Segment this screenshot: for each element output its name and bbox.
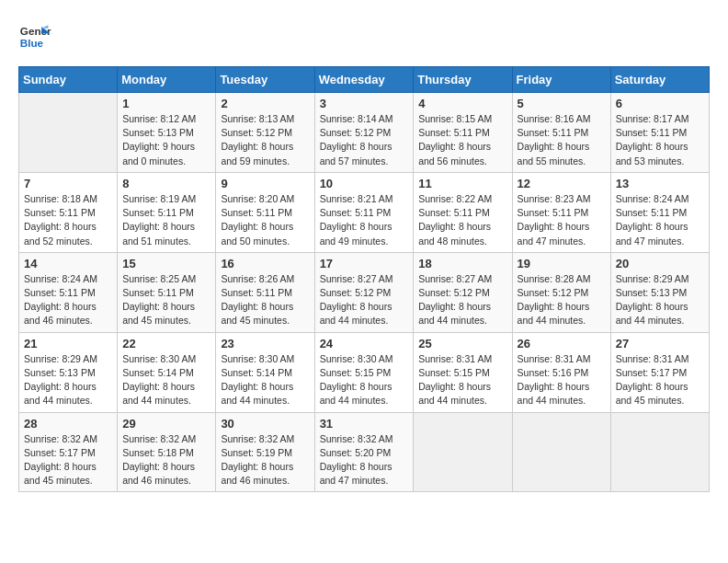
day-number: 31 (320, 417, 409, 431)
day-number: 9 (221, 177, 309, 190)
day-number: 10 (320, 177, 409, 190)
day-number: 28 (24, 417, 112, 431)
day-cell (610, 412, 709, 492)
day-cell: 15Sunrise: 8:25 AM Sunset: 5:11 PM Dayli… (118, 252, 216, 332)
day-info: Sunrise: 8:32 AM Sunset: 5:18 PM Dayligh… (122, 432, 210, 488)
week-row-3: 21Sunrise: 8:29 AM Sunset: 5:13 PM Dayli… (19, 332, 710, 412)
day-number: 29 (122, 417, 210, 431)
day-cell: 2Sunrise: 8:13 AM Sunset: 5:12 PM Daylig… (216, 93, 314, 173)
day-number: 16 (221, 257, 309, 270)
day-info: Sunrise: 8:24 AM Sunset: 5:11 PM Dayligh… (24, 272, 112, 328)
day-cell: 10Sunrise: 8:21 AM Sunset: 5:11 PM Dayli… (314, 172, 414, 252)
day-number: 24 (320, 337, 409, 350)
day-number: 4 (418, 97, 506, 110)
day-cell: 1Sunrise: 8:12 AM Sunset: 5:13 PM Daylig… (118, 93, 216, 173)
day-number: 15 (122, 257, 210, 270)
day-info: Sunrise: 8:16 AM Sunset: 5:11 PM Dayligh… (518, 112, 606, 168)
day-number: 7 (24, 177, 112, 190)
header-cell-sunday: Sunday (19, 67, 118, 93)
day-cell: 21Sunrise: 8:29 AM Sunset: 5:13 PM Dayli… (19, 332, 118, 412)
day-info: Sunrise: 8:29 AM Sunset: 5:13 PM Dayligh… (24, 352, 112, 408)
week-row-0: 1Sunrise: 8:12 AM Sunset: 5:13 PM Daylig… (19, 93, 710, 173)
day-info: Sunrise: 8:13 AM Sunset: 5:12 PM Dayligh… (221, 112, 309, 168)
header-cell-thursday: Thursday (414, 67, 512, 93)
day-number: 14 (24, 257, 112, 270)
day-cell: 3Sunrise: 8:14 AM Sunset: 5:12 PM Daylig… (314, 93, 414, 173)
day-number: 27 (616, 337, 704, 350)
day-cell: 12Sunrise: 8:23 AM Sunset: 5:11 PM Dayli… (512, 172, 610, 252)
header-cell-friday: Friday (512, 67, 610, 93)
day-cell: 11Sunrise: 8:22 AM Sunset: 5:11 PM Dayli… (414, 172, 512, 252)
day-info: Sunrise: 8:31 AM Sunset: 5:15 PM Dayligh… (418, 352, 506, 408)
day-number: 18 (418, 257, 506, 270)
day-number: 3 (320, 97, 409, 110)
day-info: Sunrise: 8:32 AM Sunset: 5:17 PM Dayligh… (24, 432, 112, 488)
day-info: Sunrise: 8:27 AM Sunset: 5:12 PM Dayligh… (418, 272, 506, 328)
day-cell: 18Sunrise: 8:27 AM Sunset: 5:12 PM Dayli… (414, 252, 512, 332)
calendar-header: SundayMondayTuesdayWednesdayThursdayFrid… (19, 67, 710, 93)
week-row-1: 7Sunrise: 8:18 AM Sunset: 5:11 PM Daylig… (19, 172, 710, 252)
day-info: Sunrise: 8:26 AM Sunset: 5:11 PM Dayligh… (221, 272, 309, 328)
calendar-table: SundayMondayTuesdayWednesdayThursdayFrid… (18, 66, 710, 492)
day-cell: 17Sunrise: 8:27 AM Sunset: 5:12 PM Dayli… (314, 252, 414, 332)
calendar-body: 1Sunrise: 8:12 AM Sunset: 5:13 PM Daylig… (19, 93, 710, 492)
day-number: 30 (221, 417, 309, 431)
day-info: Sunrise: 8:12 AM Sunset: 5:13 PM Dayligh… (122, 112, 210, 168)
day-cell: 14Sunrise: 8:24 AM Sunset: 5:11 PM Dayli… (19, 252, 118, 332)
day-cell: 27Sunrise: 8:31 AM Sunset: 5:17 PM Dayli… (610, 332, 709, 412)
day-info: Sunrise: 8:22 AM Sunset: 5:11 PM Dayligh… (418, 192, 506, 248)
day-number: 21 (24, 337, 112, 350)
day-number: 11 (418, 177, 506, 190)
day-cell: 31Sunrise: 8:32 AM Sunset: 5:20 PM Dayli… (314, 412, 414, 492)
day-number: 12 (518, 177, 606, 190)
day-cell: 7Sunrise: 8:18 AM Sunset: 5:11 PM Daylig… (19, 172, 118, 252)
day-info: Sunrise: 8:21 AM Sunset: 5:11 PM Dayligh… (320, 192, 409, 248)
day-cell: 30Sunrise: 8:32 AM Sunset: 5:19 PM Dayli… (216, 412, 314, 492)
header-row: SundayMondayTuesdayWednesdayThursdayFrid… (19, 67, 710, 93)
day-number: 20 (616, 257, 704, 270)
day-cell: 13Sunrise: 8:24 AM Sunset: 5:11 PM Dayli… (610, 172, 709, 252)
day-info: Sunrise: 8:30 AM Sunset: 5:14 PM Dayligh… (122, 352, 210, 408)
svg-text:Blue: Blue (20, 37, 44, 49)
day-number: 19 (518, 257, 606, 270)
day-number: 13 (616, 177, 704, 190)
day-number: 23 (221, 337, 309, 350)
day-number: 5 (518, 97, 606, 110)
day-cell (19, 93, 118, 173)
logo: General Blue (18, 18, 55, 52)
day-info: Sunrise: 8:31 AM Sunset: 5:17 PM Dayligh… (616, 352, 704, 408)
day-cell: 20Sunrise: 8:29 AM Sunset: 5:13 PM Dayli… (610, 252, 709, 332)
day-number: 26 (518, 337, 606, 350)
day-info: Sunrise: 8:30 AM Sunset: 5:14 PM Dayligh… (221, 352, 309, 408)
day-info: Sunrise: 8:24 AM Sunset: 5:11 PM Dayligh… (616, 192, 704, 248)
day-info: Sunrise: 8:20 AM Sunset: 5:11 PM Dayligh… (221, 192, 309, 248)
day-cell: 26Sunrise: 8:31 AM Sunset: 5:16 PM Dayli… (512, 332, 610, 412)
header-cell-wednesday: Wednesday (314, 67, 414, 93)
day-number: 6 (616, 97, 704, 110)
day-cell: 9Sunrise: 8:20 AM Sunset: 5:11 PM Daylig… (216, 172, 314, 252)
day-cell: 29Sunrise: 8:32 AM Sunset: 5:18 PM Dayli… (118, 412, 216, 492)
day-info: Sunrise: 8:14 AM Sunset: 5:12 PM Dayligh… (320, 112, 409, 168)
day-cell: 16Sunrise: 8:26 AM Sunset: 5:11 PM Dayli… (216, 252, 314, 332)
day-info: Sunrise: 8:19 AM Sunset: 5:11 PM Dayligh… (122, 192, 210, 248)
day-cell: 5Sunrise: 8:16 AM Sunset: 5:11 PM Daylig… (512, 93, 610, 173)
day-number: 8 (122, 177, 210, 190)
week-row-4: 28Sunrise: 8:32 AM Sunset: 5:17 PM Dayli… (19, 412, 710, 492)
day-info: Sunrise: 8:15 AM Sunset: 5:11 PM Dayligh… (418, 112, 506, 168)
day-cell: 8Sunrise: 8:19 AM Sunset: 5:11 PM Daylig… (118, 172, 216, 252)
day-cell: 28Sunrise: 8:32 AM Sunset: 5:17 PM Dayli… (19, 412, 118, 492)
day-info: Sunrise: 8:18 AM Sunset: 5:11 PM Dayligh… (24, 192, 112, 248)
day-info: Sunrise: 8:29 AM Sunset: 5:13 PM Dayligh… (616, 272, 704, 328)
day-info: Sunrise: 8:27 AM Sunset: 5:12 PM Dayligh… (320, 272, 409, 328)
day-info: Sunrise: 8:17 AM Sunset: 5:11 PM Dayligh… (616, 112, 704, 168)
page-header: General Blue (18, 18, 710, 52)
day-cell: 4Sunrise: 8:15 AM Sunset: 5:11 PM Daylig… (414, 93, 512, 173)
header-cell-saturday: Saturday (610, 67, 709, 93)
week-row-2: 14Sunrise: 8:24 AM Sunset: 5:11 PM Dayli… (19, 252, 710, 332)
day-number: 22 (122, 337, 210, 350)
day-cell: 23Sunrise: 8:30 AM Sunset: 5:14 PM Dayli… (216, 332, 314, 412)
day-info: Sunrise: 8:30 AM Sunset: 5:15 PM Dayligh… (320, 352, 409, 408)
day-info: Sunrise: 8:31 AM Sunset: 5:16 PM Dayligh… (518, 352, 606, 408)
day-number: 25 (418, 337, 506, 350)
day-cell: 6Sunrise: 8:17 AM Sunset: 5:11 PM Daylig… (610, 93, 709, 173)
